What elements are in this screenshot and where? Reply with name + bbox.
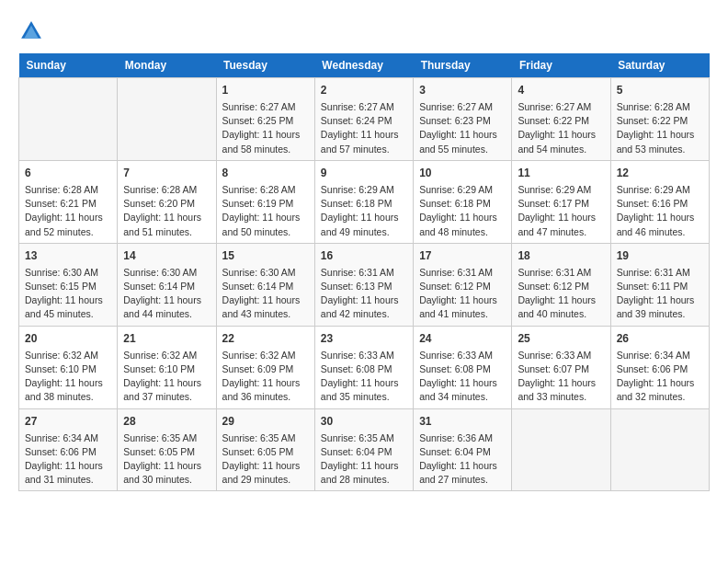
calendar-cell: 21Sunrise: 6:32 AM Sunset: 6:10 PM Dayli… <box>118 326 216 408</box>
calendar-week-row: 1Sunrise: 6:27 AM Sunset: 6:25 PM Daylig… <box>19 78 710 161</box>
calendar-cell: 19Sunrise: 6:31 AM Sunset: 6:11 PM Dayli… <box>610 243 709 326</box>
day-number: 20 <box>25 330 111 347</box>
weekday-header: Friday <box>512 53 610 78</box>
day-number: 17 <box>419 247 506 264</box>
day-number: 11 <box>518 165 604 181</box>
calendar-cell: 22Sunrise: 6:32 AM Sunset: 6:09 PM Dayli… <box>216 326 314 408</box>
calendar-cell: 8Sunrise: 6:28 AM Sunset: 6:19 PM Daylig… <box>216 160 314 243</box>
logo <box>18 18 48 44</box>
cell-content: Sunrise: 6:31 AM Sunset: 6:12 PM Dayligh… <box>419 266 506 322</box>
calendar-cell: 10Sunrise: 6:29 AM Sunset: 6:18 PM Dayli… <box>414 160 512 243</box>
day-number: 27 <box>25 413 111 430</box>
calendar-week-row: 20Sunrise: 6:32 AM Sunset: 6:10 PM Dayli… <box>19 326 710 408</box>
cell-content: Sunrise: 6:36 AM Sunset: 6:04 PM Dayligh… <box>419 431 506 488</box>
cell-content: Sunrise: 6:32 AM Sunset: 6:09 PM Dayligh… <box>222 349 309 405</box>
day-number: 4 <box>518 82 604 98</box>
day-number: 29 <box>222 413 309 430</box>
weekday-header: Sunday <box>19 53 118 78</box>
cell-content: Sunrise: 6:35 AM Sunset: 6:05 PM Dayligh… <box>123 431 210 488</box>
day-number: 22 <box>222 330 309 347</box>
day-number: 9 <box>321 165 407 181</box>
calendar-cell: 9Sunrise: 6:29 AM Sunset: 6:18 PM Daylig… <box>314 160 413 243</box>
day-number: 19 <box>617 247 703 264</box>
cell-content: Sunrise: 6:32 AM Sunset: 6:10 PM Dayligh… <box>25 349 111 405</box>
calendar-cell: 29Sunrise: 6:35 AM Sunset: 6:05 PM Dayli… <box>216 408 314 491</box>
calendar-cell: 13Sunrise: 6:30 AM Sunset: 6:15 PM Dayli… <box>19 243 118 326</box>
cell-content: Sunrise: 6:32 AM Sunset: 6:10 PM Dayligh… <box>123 349 210 405</box>
calendar-cell: 7Sunrise: 6:28 AM Sunset: 6:20 PM Daylig… <box>118 160 216 243</box>
cell-content: Sunrise: 6:30 AM Sunset: 6:15 PM Dayligh… <box>25 266 111 322</box>
calendar-cell: 4Sunrise: 6:27 AM Sunset: 6:22 PM Daylig… <box>512 78 610 161</box>
day-number: 16 <box>321 247 407 264</box>
cell-content: Sunrise: 6:29 AM Sunset: 6:17 PM Dayligh… <box>518 183 604 239</box>
calendar-week-row: 6Sunrise: 6:28 AM Sunset: 6:21 PM Daylig… <box>19 160 710 243</box>
page-header <box>18 18 710 44</box>
day-number: 26 <box>617 330 703 347</box>
calendar-cell: 1Sunrise: 6:27 AM Sunset: 6:25 PM Daylig… <box>216 78 314 161</box>
calendar-table: SundayMondayTuesdayWednesdayThursdayFrid… <box>18 53 710 491</box>
weekday-header: Thursday <box>414 53 512 78</box>
calendar-cell: 20Sunrise: 6:32 AM Sunset: 6:10 PM Dayli… <box>19 326 118 408</box>
calendar-cell <box>610 408 709 491</box>
calendar-cell: 11Sunrise: 6:29 AM Sunset: 6:17 PM Dayli… <box>512 160 610 243</box>
day-number: 13 <box>25 247 111 264</box>
calendar-cell: 26Sunrise: 6:34 AM Sunset: 6:06 PM Dayli… <box>610 326 709 408</box>
day-number: 5 <box>617 82 703 98</box>
cell-content: Sunrise: 6:33 AM Sunset: 6:08 PM Dayligh… <box>321 349 407 405</box>
weekday-header: Monday <box>118 53 216 78</box>
calendar-cell: 12Sunrise: 6:29 AM Sunset: 6:16 PM Dayli… <box>610 160 709 243</box>
day-number: 8 <box>222 165 309 181</box>
cell-content: Sunrise: 6:30 AM Sunset: 6:14 PM Dayligh… <box>123 266 210 322</box>
day-number: 18 <box>518 247 604 264</box>
day-number: 24 <box>419 330 506 347</box>
day-number: 10 <box>419 165 506 181</box>
calendar-cell: 23Sunrise: 6:33 AM Sunset: 6:08 PM Dayli… <box>314 326 413 408</box>
day-number: 23 <box>321 330 407 347</box>
cell-content: Sunrise: 6:27 AM Sunset: 6:22 PM Dayligh… <box>518 100 604 156</box>
calendar-cell <box>512 408 610 491</box>
weekday-header: Saturday <box>610 53 709 78</box>
day-number: 25 <box>518 330 604 347</box>
calendar-cell: 2Sunrise: 6:27 AM Sunset: 6:24 PM Daylig… <box>314 78 413 161</box>
calendar-week-row: 27Sunrise: 6:34 AM Sunset: 6:06 PM Dayli… <box>19 408 710 491</box>
calendar-cell: 27Sunrise: 6:34 AM Sunset: 6:06 PM Dayli… <box>19 408 118 491</box>
day-number: 12 <box>617 165 703 181</box>
calendar-cell: 18Sunrise: 6:31 AM Sunset: 6:12 PM Dayli… <box>512 243 610 326</box>
cell-content: Sunrise: 6:35 AM Sunset: 6:05 PM Dayligh… <box>222 431 309 488</box>
day-number: 31 <box>419 413 506 430</box>
calendar-cell: 16Sunrise: 6:31 AM Sunset: 6:13 PM Dayli… <box>314 243 413 326</box>
day-number: 2 <box>321 82 407 98</box>
day-number: 28 <box>123 413 210 430</box>
cell-content: Sunrise: 6:27 AM Sunset: 6:23 PM Dayligh… <box>419 100 506 156</box>
day-number: 7 <box>123 165 210 181</box>
cell-content: Sunrise: 6:33 AM Sunset: 6:07 PM Dayligh… <box>518 349 604 405</box>
calendar-cell: 6Sunrise: 6:28 AM Sunset: 6:21 PM Daylig… <box>19 160 118 243</box>
cell-content: Sunrise: 6:28 AM Sunset: 6:21 PM Dayligh… <box>25 183 111 239</box>
calendar-cell: 24Sunrise: 6:33 AM Sunset: 6:08 PM Dayli… <box>414 326 512 408</box>
calendar-cell: 14Sunrise: 6:30 AM Sunset: 6:14 PM Dayli… <box>118 243 216 326</box>
cell-content: Sunrise: 6:30 AM Sunset: 6:14 PM Dayligh… <box>222 266 309 322</box>
cell-content: Sunrise: 6:29 AM Sunset: 6:16 PM Dayligh… <box>617 183 703 239</box>
cell-content: Sunrise: 6:27 AM Sunset: 6:25 PM Dayligh… <box>222 100 309 156</box>
cell-content: Sunrise: 6:28 AM Sunset: 6:22 PM Dayligh… <box>617 100 703 156</box>
calendar-cell: 5Sunrise: 6:28 AM Sunset: 6:22 PM Daylig… <box>610 78 709 161</box>
calendar-cell <box>19 78 118 161</box>
calendar-cell: 17Sunrise: 6:31 AM Sunset: 6:12 PM Dayli… <box>414 243 512 326</box>
calendar-cell: 28Sunrise: 6:35 AM Sunset: 6:05 PM Dayli… <box>118 408 216 491</box>
cell-content: Sunrise: 6:35 AM Sunset: 6:04 PM Dayligh… <box>321 431 407 488</box>
logo-icon <box>18 18 44 44</box>
cell-content: Sunrise: 6:31 AM Sunset: 6:11 PM Dayligh… <box>617 266 703 322</box>
cell-content: Sunrise: 6:33 AM Sunset: 6:08 PM Dayligh… <box>419 349 506 405</box>
cell-content: Sunrise: 6:29 AM Sunset: 6:18 PM Dayligh… <box>419 183 506 239</box>
weekday-header: Wednesday <box>314 53 413 78</box>
cell-content: Sunrise: 6:28 AM Sunset: 6:20 PM Dayligh… <box>123 183 210 239</box>
weekday-header: Tuesday <box>216 53 314 78</box>
day-number: 1 <box>222 82 309 98</box>
calendar-cell: 15Sunrise: 6:30 AM Sunset: 6:14 PM Dayli… <box>216 243 314 326</box>
calendar-header-row: SundayMondayTuesdayWednesdayThursdayFrid… <box>19 53 710 78</box>
cell-content: Sunrise: 6:34 AM Sunset: 6:06 PM Dayligh… <box>25 431 111 488</box>
day-number: 15 <box>222 247 309 264</box>
calendar-cell: 25Sunrise: 6:33 AM Sunset: 6:07 PM Dayli… <box>512 326 610 408</box>
calendar-cell: 31Sunrise: 6:36 AM Sunset: 6:04 PM Dayli… <box>414 408 512 491</box>
day-number: 6 <box>25 165 111 181</box>
